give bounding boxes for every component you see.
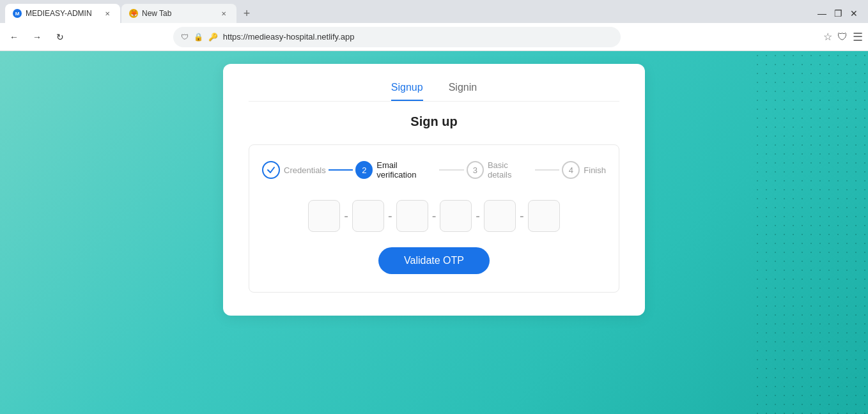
tab-signup[interactable]: Signup (391, 82, 423, 101)
page-background: Signup Signin Sign up Credentials (0, 51, 868, 414)
step-circle-1 (262, 161, 280, 179)
tab-close-2[interactable]: ✕ (219, 8, 229, 19)
refresh-button[interactable]: ↻ (51, 28, 69, 46)
otp-separator-2: - (384, 209, 396, 224)
tab-title-2: New Tab (142, 9, 215, 18)
dots-decoration (753, 51, 868, 414)
menu-button[interactable]: ☰ (853, 30, 863, 44)
tab-medieasy-admin[interactable]: M MEDIEASY-ADMIN ✕ (5, 4, 120, 23)
auth-tabs: Signup Signin (249, 82, 619, 102)
step-connector-2 (439, 169, 463, 171)
tab-bar: M MEDIEASY-ADMIN ✕ 🦊 New Tab ✕ + — ❐ ✕ (0, 0, 868, 23)
window-controls: — ❐ ✕ (818, 8, 863, 19)
otp-input-6[interactable] (528, 200, 560, 232)
signup-heading: Sign up (249, 114, 619, 129)
main-card: Signup Signin Sign up Credentials (223, 64, 645, 316)
shield-button[interactable]: 🛡 (837, 31, 848, 43)
lock-icon: 🔒 (194, 33, 203, 42)
tab-new-tab[interactable]: 🦊 New Tab ✕ (121, 4, 236, 23)
close-button[interactable]: ✕ (850, 8, 858, 19)
steps-container: Credentials 2 Email verification 3 (262, 160, 606, 180)
step-circle-2: 2 (355, 161, 373, 179)
bookmark-button[interactable]: ☆ (823, 31, 832, 43)
back-button[interactable]: ← (5, 28, 23, 46)
browser-chrome: M MEDIEASY-ADMIN ✕ 🦊 New Tab ✕ + — ❐ ✕ ←… (0, 0, 868, 51)
otp-separator-1: - (340, 209, 352, 224)
maximize-button[interactable]: ❐ (834, 8, 842, 19)
step-circle-3: 3 (467, 161, 484, 179)
tab-favicon-1: M (13, 9, 22, 18)
otp-input-4[interactable] (440, 200, 472, 232)
step-circle-4: 4 (562, 161, 580, 179)
otp-input-3[interactable] (396, 200, 428, 232)
url-bar[interactable]: 🛡 🔒 🔑 https://medieasy-hospital.netlify.… (173, 27, 621, 47)
validate-otp-button[interactable]: Validate OTP (378, 247, 490, 274)
step-basic-details: 3 Basic details (467, 160, 532, 180)
step-label-1: Credentials (284, 165, 326, 175)
step-connector-3 (535, 169, 559, 171)
otp-input-1[interactable] (308, 200, 340, 232)
minimize-button[interactable]: — (818, 8, 826, 19)
step-label-2: Email verification (376, 160, 437, 180)
key-icon: 🔑 (208, 33, 218, 42)
otp-input-2[interactable] (352, 200, 384, 232)
step-connector-1 (329, 169, 353, 171)
shield-icon: 🛡 (181, 33, 189, 42)
url-text: https://medieasy-hospital.netlify.app (223, 32, 355, 42)
tab-favicon-2: 🦊 (129, 9, 138, 18)
step-email-verification: 2 Email verification (355, 160, 437, 180)
forward-button[interactable]: → (28, 28, 46, 46)
otp-container: - - - - - (262, 200, 606, 232)
otp-separator-4: - (472, 209, 484, 224)
new-tab-button[interactable]: + (238, 4, 256, 22)
step-finish: 4 Finish (562, 161, 606, 179)
step-label-3: Basic details (488, 160, 532, 180)
tab-close-1[interactable]: ✕ (102, 8, 112, 19)
inner-card: Credentials 2 Email verification 3 (249, 144, 619, 293)
otp-input-5[interactable] (484, 200, 516, 232)
tab-title-1: MEDIEASY-ADMIN (26, 9, 98, 18)
tab-signin[interactable]: Signin (449, 82, 477, 101)
step-label-4: Finish (584, 165, 606, 175)
otp-separator-5: - (516, 209, 528, 224)
step-credentials: Credentials (262, 161, 326, 179)
address-bar: ← → ↻ 🛡 🔒 🔑 https://medieasy-hospital.ne… (0, 23, 868, 51)
otp-separator-3: - (428, 209, 440, 224)
